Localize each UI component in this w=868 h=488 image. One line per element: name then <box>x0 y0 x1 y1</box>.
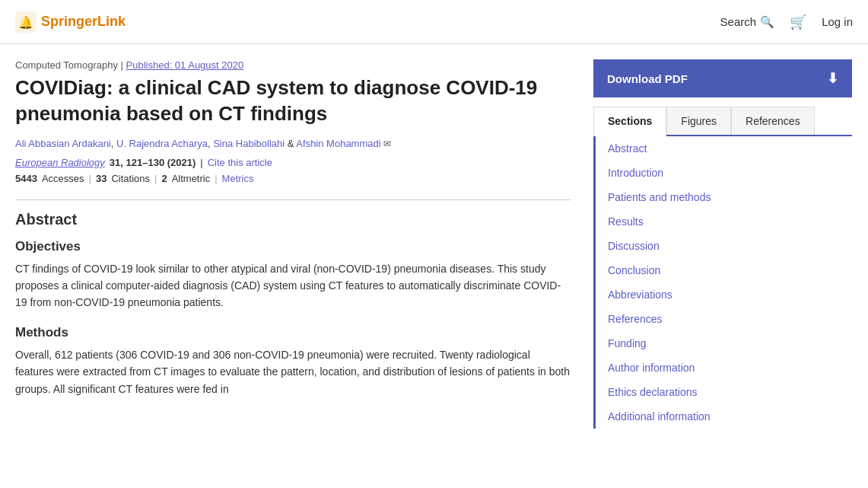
search-icon: 🔍 <box>760 15 774 29</box>
nav-discussion[interactable]: Discussion <box>593 234 852 258</box>
nav-references[interactable]: References <box>593 307 852 331</box>
tabs-row: Sections Figures References <box>593 107 852 136</box>
author-2[interactable]: U. Rajendra Acharya <box>116 138 208 149</box>
nav-introduction[interactable]: Introduction <box>593 161 852 185</box>
login-button[interactable]: Log in <box>822 15 853 28</box>
citations-count: 33 <box>96 173 107 184</box>
methods-heading: Methods <box>15 325 571 340</box>
volume-info: 31, 121–130 (2021) <box>110 157 196 168</box>
download-pdf-label: Download PDF <box>607 72 688 85</box>
nav-conclusion[interactable]: Conclusion <box>593 258 852 282</box>
citations-label: Citations <box>111 173 150 184</box>
cite-link[interactable]: Cite this article <box>208 157 272 168</box>
logo[interactable]: 🔔 SpringerLink <box>15 11 126 33</box>
nav-ethics[interactable]: Ethics declarations <box>593 380 852 404</box>
objectives-heading: Objectives <box>15 239 571 254</box>
logo-text: SpringerLink <box>41 14 126 30</box>
tab-figures[interactable]: Figures <box>666 107 731 135</box>
author-3[interactable]: Sina Habibollahi <box>213 138 285 149</box>
nav-abbreviations[interactable]: Abbreviations <box>593 282 852 307</box>
abstract-heading: Abstract <box>15 211 571 228</box>
nav-author-info[interactable]: Author information <box>593 356 852 380</box>
nav-additional[interactable]: Additional information <box>593 404 852 429</box>
objectives-text: CT findings of COVID-19 look similar to … <box>15 260 571 311</box>
content-area: Computed Tomography | Published: 01 Augu… <box>15 59 571 429</box>
nav-abstract[interactable]: Abstract <box>593 136 852 161</box>
search-label: Search <box>720 15 757 28</box>
email-icon: ✉ <box>383 139 391 149</box>
authors-list: Ali Abbasian Ardakani, U. Rajendra Achar… <box>15 138 571 149</box>
header: 🔔 SpringerLink Search 🔍 🛒 Log in <box>0 0 868 44</box>
main-layout: Computed Tomography | Published: 01 Augu… <box>0 44 868 444</box>
download-pdf-button[interactable]: Download PDF ⬇ <box>593 59 852 97</box>
journal-info: European Radiology 31, 121–130 (2021) | … <box>15 157 571 168</box>
tab-references[interactable]: References <box>731 107 815 135</box>
nav-funding[interactable]: Funding <box>593 331 852 356</box>
nav-patients-methods[interactable]: Patients and methods <box>593 185 852 209</box>
altmetric-count: 2 <box>161 173 167 184</box>
svg-text:🔔: 🔔 <box>18 15 33 30</box>
altmetric-label: Altmetric <box>172 173 211 184</box>
header-actions: Search 🔍 🛒 Log in <box>720 14 853 30</box>
section-nav: Abstract Introduction Patients and metho… <box>593 136 852 429</box>
author-1[interactable]: Ali Abbasian Ardakani <box>15 138 111 149</box>
nav-results[interactable]: Results <box>593 209 852 234</box>
cart-icon: 🛒 <box>790 14 806 30</box>
tab-sections[interactable]: Sections <box>593 107 666 136</box>
methods-text: Overall, 612 patients (306 COVID-19 and … <box>15 346 571 397</box>
breadcrumb: Computed Tomography | Published: 01 Augu… <box>15 59 571 71</box>
author-4[interactable]: Afshin Mohammadi <box>296 138 380 149</box>
accesses-count: 5443 <box>15 173 37 184</box>
springer-logo-icon: 🔔 <box>15 11 37 33</box>
sidebar: Download PDF ⬇ Sections Figures Referenc… <box>593 59 852 429</box>
article-title: COVIDiag: a clinical CAD system to diagn… <box>15 75 571 127</box>
accesses-label: Accesses <box>42 173 84 184</box>
search-button[interactable]: Search 🔍 <box>720 15 775 29</box>
metrics-link[interactable]: Metrics <box>222 173 254 184</box>
journal-link[interactable]: European Radiology <box>15 157 105 168</box>
cart-button[interactable]: 🛒 <box>790 14 806 30</box>
download-icon: ⬇ <box>827 70 838 87</box>
abstract-section: Abstract Objectives CT findings of COVID… <box>15 199 571 397</box>
metrics-row: 5443 Accesses | 33 Citations | 2 Altmetr… <box>15 173 571 184</box>
pub-date[interactable]: Published: 01 August 2020 <box>126 59 244 71</box>
login-label: Log in <box>822 15 853 28</box>
